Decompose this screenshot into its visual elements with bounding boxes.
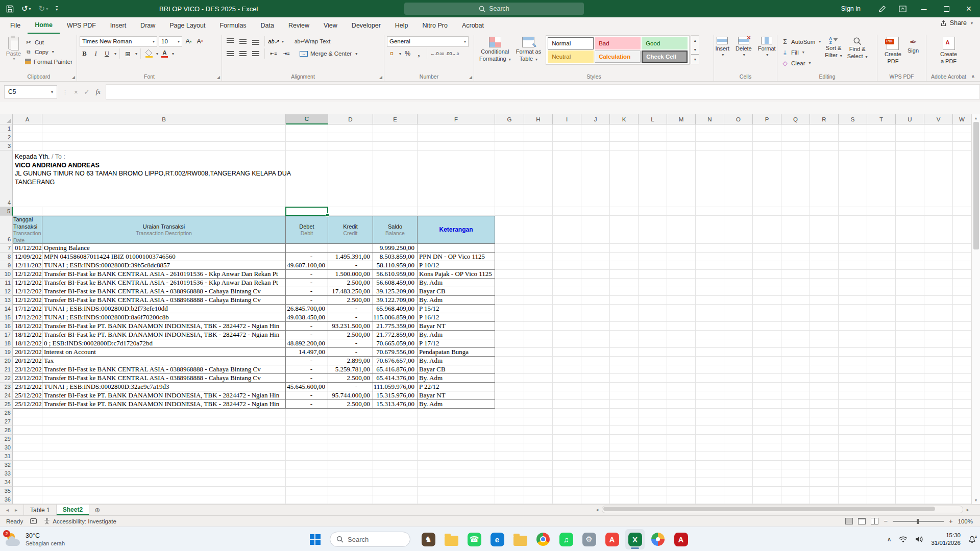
cell-M4[interactable] — [667, 151, 696, 207]
cell-L20[interactable] — [639, 357, 667, 365]
cell-U28[interactable] — [896, 426, 924, 435]
cell-L21[interactable] — [639, 365, 667, 374]
clear-button[interactable]: ◇Clear▾ — [780, 58, 822, 68]
cell-S30[interactable] — [839, 443, 867, 452]
cell-C34[interactable] — [286, 478, 328, 487]
cell-M34[interactable] — [667, 478, 696, 487]
cell-note-F25[interactable]: By. Adm — [418, 400, 495, 409]
cell-H17[interactable] — [524, 331, 553, 339]
cell-M10[interactable] — [667, 270, 696, 279]
cell-F27[interactable] — [418, 417, 495, 426]
cell-L23[interactable] — [639, 383, 667, 391]
cell-Q3[interactable] — [781, 142, 810, 151]
cell-M26[interactable] — [667, 409, 696, 417]
cell-N14[interactable] — [696, 305, 724, 313]
cell-K27[interactable] — [610, 417, 639, 426]
cell-J22[interactable] — [581, 374, 610, 383]
cell-C36[interactable] — [286, 495, 328, 504]
fill-button[interactable]: ⤓Fill▾ — [780, 47, 822, 57]
cell-B36[interactable] — [42, 495, 286, 504]
cell-J31[interactable] — [581, 452, 610, 461]
cell-Q33[interactable] — [781, 469, 810, 478]
cell-date-A15[interactable]: 17/12/2025 — [13, 313, 42, 322]
cell-note-F15[interactable]: P 16/12 — [418, 313, 495, 322]
cell-debit-C19[interactable]: 14.497,00 — [286, 348, 328, 357]
cell-V19[interactable] — [924, 348, 953, 357]
cell-U20[interactable] — [896, 357, 924, 365]
cell-A36[interactable] — [13, 495, 42, 504]
cell-I8[interactable] — [553, 253, 581, 261]
cell-B1[interactable] — [42, 124, 286, 133]
column-header-L[interactable]: L — [639, 114, 667, 124]
edge-icon[interactable]: e — [487, 529, 507, 549]
cell-O14[interactable] — [724, 305, 753, 313]
accessibility-status[interactable]: Accessibility: Investigate — [44, 518, 116, 524]
cell-R34[interactable] — [810, 478, 839, 487]
cell-V14[interactable] — [924, 305, 953, 313]
insert-cells-button[interactable]: Insert▾ — [713, 35, 732, 59]
borders-icon[interactable]: ⊞ — [123, 48, 133, 59]
align-bottom-icon[interactable] — [250, 36, 261, 46]
cell-P4[interactable] — [753, 151, 781, 207]
cell-F33[interactable] — [418, 469, 495, 478]
cell-R27[interactable] — [810, 417, 839, 426]
cell-L14[interactable] — [639, 305, 667, 313]
cell-G6[interactable] — [495, 216, 524, 244]
column-header-Q[interactable]: Q — [781, 114, 810, 124]
row-header-1[interactable]: 1 — [0, 124, 13, 133]
cell-K12[interactable] — [610, 287, 639, 296]
cell-H5[interactable] — [524, 207, 553, 216]
cell-S21[interactable] — [839, 365, 867, 374]
cell-J11[interactable] — [581, 279, 610, 287]
cell-J15[interactable] — [581, 313, 610, 322]
cell-P7[interactable] — [753, 244, 781, 253]
cell-I31[interactable] — [553, 452, 581, 461]
cell-N15[interactable] — [696, 313, 724, 322]
cell-credit-D13[interactable]: 2.500,00 — [328, 296, 373, 305]
cell-L30[interactable] — [639, 443, 667, 452]
cell-T32[interactable] — [867, 461, 896, 469]
taskbar-clock[interactable]: 15:30 31/01/2026 — [931, 532, 961, 547]
cell-S15[interactable] — [839, 313, 867, 322]
cell-V13[interactable] — [924, 296, 953, 305]
cell-H20[interactable] — [524, 357, 553, 365]
cell-J24[interactable] — [581, 391, 610, 400]
cell-B28[interactable] — [42, 426, 286, 435]
cell-H33[interactable] — [524, 469, 553, 478]
cell-L19[interactable] — [639, 348, 667, 357]
cell-date-A8[interactable]: 12/09/2025 — [13, 253, 42, 261]
cell-M31[interactable] — [667, 452, 696, 461]
cell-U31[interactable] — [896, 452, 924, 461]
customize-qat-button[interactable]: ▾ — [56, 6, 58, 12]
cell-A5[interactable] — [13, 207, 42, 216]
cell-balance-E14[interactable]: 65.968.409,00 — [373, 305, 418, 313]
tab-acrobat[interactable]: Acrobat — [455, 17, 491, 34]
cell-H34[interactable] — [524, 478, 553, 487]
cell-L32[interactable] — [639, 461, 667, 469]
select-all-button[interactable] — [0, 114, 13, 124]
cell-note-F11[interactable]: By. Adm — [418, 279, 495, 287]
cell-A27[interactable] — [13, 417, 42, 426]
cell-E5[interactable] — [373, 207, 418, 216]
cell-L25[interactable] — [639, 400, 667, 409]
cell-E30[interactable] — [373, 443, 418, 452]
cell-O24[interactable] — [724, 391, 753, 400]
cell-Q11[interactable] — [781, 279, 810, 287]
cell-I15[interactable] — [553, 313, 581, 322]
column-header-D[interactable]: D — [328, 114, 373, 124]
cell-E27[interactable] — [373, 417, 418, 426]
cell-balance-E25[interactable]: 15.313.476,00 — [373, 400, 418, 409]
cell-Q35[interactable] — [781, 487, 810, 495]
cell-P18[interactable] — [753, 339, 781, 348]
cell-U1[interactable] — [896, 124, 924, 133]
cell-O2[interactable] — [724, 133, 753, 142]
cell-Q8[interactable] — [781, 253, 810, 261]
cell-credit-D17[interactable]: 2.500,00 — [328, 331, 373, 339]
horizontal-scroll-thumb[interactable] — [603, 507, 935, 511]
cell-balance-E10[interactable]: 56.610.959,00 — [373, 270, 418, 279]
cell-credit-D9[interactable]: - — [328, 261, 373, 270]
cell-style-bad[interactable]: Bad — [595, 37, 641, 49]
cell-P30[interactable] — [753, 443, 781, 452]
font-color-icon[interactable]: A — [160, 48, 169, 59]
cell-A3[interactable] — [13, 142, 42, 151]
